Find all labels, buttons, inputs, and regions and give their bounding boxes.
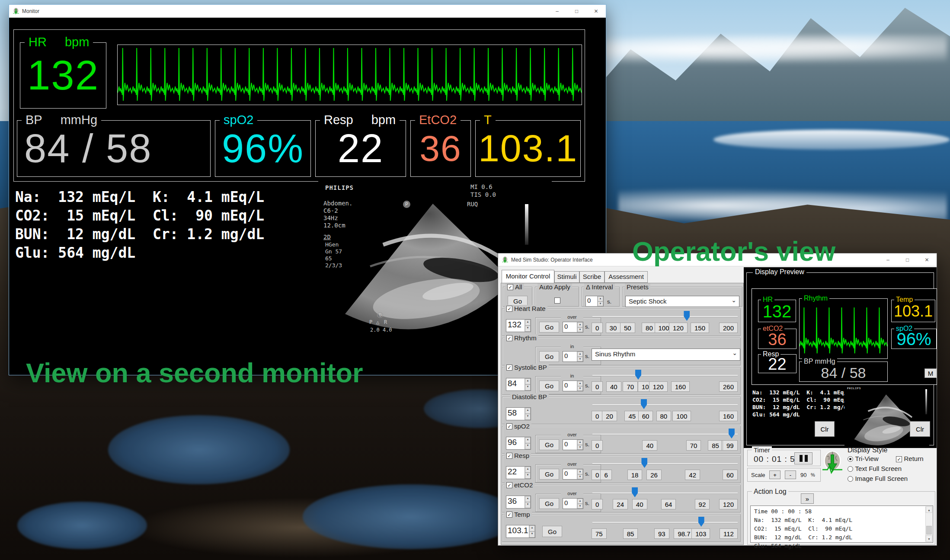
preset-diastolic-bp-100[interactable]: 100 [672,411,691,421]
spo2-delay-input[interactable]: 0▲▼ [563,439,583,450]
maximize-button[interactable]: □ [898,253,917,266]
action-log-scrollbar[interactable]: ▲ ▼ [925,506,932,542]
preset-systolic-bp-0[interactable]: 0 [592,381,603,392]
spin-up-icon[interactable]: ▲ [577,322,583,327]
heart-rate-checkbox[interactable]: ✓ [506,306,512,312]
systolic-bp-input[interactable]: 84▲▼ [506,378,531,391]
clr-image-button[interactable]: Clr [910,421,930,437]
preset-spo2-40[interactable]: 40 [642,440,657,451]
systolic-bp-go-button[interactable]: Go [539,381,559,391]
temp-go-button[interactable]: Go [542,526,562,537]
spo2-input[interactable]: 96▲▼ [506,437,531,450]
spin-down-icon[interactable]: ▼ [577,327,583,333]
spin-up-icon[interactable]: ▲ [577,381,583,386]
minimize-button[interactable]: – [547,5,567,17]
preset-diastolic-bp-20[interactable]: 20 [602,411,617,421]
resp-input[interactable]: 22▲▼ [506,466,531,479]
scale-minus-button[interactable]: - [785,470,796,479]
spin-up-icon[interactable]: ▲ [577,469,583,474]
preset-etco2-120[interactable]: 120 [719,499,738,509]
tab-scribe[interactable]: Scribe [579,271,605,283]
slider-thumb-systolic-bp[interactable] [635,370,641,380]
preset-etco2-64[interactable]: 64 [661,499,676,509]
etco2-go-button[interactable]: Go [539,498,559,509]
tab-assessment[interactable]: Assessment [605,271,648,283]
spin-down-icon[interactable]: ▼ [525,414,531,420]
scrollbar-thumb[interactable] [926,526,932,534]
spin-up-icon[interactable]: ▲ [598,296,603,301]
all-checkbox[interactable]: ✓ [507,284,513,290]
action-log-expand-button[interactable]: » [801,493,814,504]
spin-up-icon[interactable]: ▲ [525,467,531,473]
preset-resp-42[interactable]: 42 [685,470,700,480]
resp-go-button[interactable]: Go [539,469,559,480]
spin-down-icon[interactable]: ▼ [529,531,535,538]
spin-up-icon[interactable]: ▲ [525,437,531,443]
preset-spo2-99[interactable]: 99 [723,440,738,451]
spin-down-icon[interactable]: ▼ [577,445,583,450]
preset-heart-rate-50[interactable]: 50 [620,323,635,333]
auto-apply-checkbox[interactable] [554,298,560,304]
radio-text-full-screen[interactable]: Text Full Screen [848,465,902,473]
slider-thumb-temp[interactable] [698,517,704,527]
preset-systolic-bp-70[interactable]: 70 [623,381,638,392]
preset-temp-103[interactable]: 103 [691,528,710,539]
monitor-titlebar[interactable]: Monitor – □ ✕ [9,5,606,18]
preset-temp-85[interactable]: 85 [623,528,638,539]
preset-heart-rate-200[interactable]: 200 [719,323,738,333]
m-button[interactable]: M [924,368,937,378]
rhythm-go-button[interactable]: Go [539,351,559,362]
presets-dropdown[interactable]: Septic Shock ⌄ [625,296,739,307]
spin-down-icon[interactable]: ▼ [577,504,583,509]
slider-thumb-heart-rate[interactable] [684,311,690,321]
preset-resp-18[interactable]: 18 [627,470,643,480]
temp-checkbox[interactable]: ✓ [506,512,512,518]
preset-diastolic-bp-0[interactable]: 0 [592,411,603,421]
spin-down-icon[interactable]: ▼ [525,443,531,449]
scroll-down-icon[interactable]: ▼ [926,535,932,542]
preset-heart-rate-150[interactable]: 150 [691,323,709,333]
preset-heart-rate-30[interactable]: 30 [606,323,621,333]
etco2-checkbox[interactable]: ✓ [506,482,512,488]
radio-image-full-screen[interactable]: Image Full Screen [848,475,908,483]
preset-heart-rate-120[interactable]: 120 [669,323,688,333]
rhythm-checkbox[interactable]: ✓ [506,335,512,341]
pause-button[interactable] [794,452,812,464]
systolic-bp-checkbox[interactable]: ✓ [506,365,512,371]
spin-up-icon[interactable]: ▲ [525,378,531,384]
preset-diastolic-bp-60[interactable]: 60 [638,411,653,421]
spo2-checkbox[interactable]: ✓ [506,423,512,429]
temp-input[interactable]: 103.1▲▼ [506,525,535,538]
preset-systolic-bp-260[interactable]: 260 [719,381,738,392]
slider-thumb-etco2[interactable] [632,487,638,497]
spin-down-icon[interactable]: ▼ [525,326,531,332]
preset-spo2-0[interactable]: 0 [592,440,603,451]
spin-up-icon[interactable]: ▲ [529,525,535,531]
systolic-bp-delay-input[interactable]: 0▲▼ [563,381,583,391]
scale-plus-button[interactable]: + [769,470,780,479]
rhythm-dropdown[interactable]: Sinus Rhythm⌄ [592,349,740,361]
spin-down-icon[interactable]: ▼ [577,474,583,480]
action-log-textbox[interactable]: Time 00 : 00 : 58 Na: 132 mEq/L K: 4.1 m… [750,506,933,543]
spin-down-icon[interactable]: ▼ [598,301,603,307]
maximize-button[interactable]: □ [567,5,586,17]
spin-down-icon[interactable]: ▼ [525,384,531,390]
preset-diastolic-bp-160[interactable]: 160 [719,411,738,421]
preset-diastolic-bp-80[interactable]: 80 [656,411,672,421]
close-button[interactable]: ✕ [586,5,606,17]
spin-down-icon[interactable]: ▼ [525,502,531,508]
return-checkbox[interactable]: ✓ [896,456,902,462]
preset-spo2-70[interactable]: 70 [686,440,701,451]
diastolic-bp-input[interactable]: 58▲▼ [506,407,531,420]
clr-text-button[interactable]: Clr [815,421,835,437]
spin-down-icon[interactable]: ▼ [577,386,583,391]
spin-down-icon[interactable]: ▼ [577,357,583,362]
spin-up-icon[interactable]: ▲ [577,440,583,445]
slider-thumb-resp[interactable] [641,458,647,468]
tab-stimuli[interactable]: Stimuli [554,271,579,283]
preset-systolic-bp-160[interactable]: 160 [671,381,690,392]
preset-temp-93[interactable]: 93 [654,528,669,539]
etco2-input[interactable]: 36▲▼ [506,496,531,509]
preset-temp-112[interactable]: 112 [720,528,738,539]
scroll-up-icon[interactable]: ▲ [926,506,932,513]
